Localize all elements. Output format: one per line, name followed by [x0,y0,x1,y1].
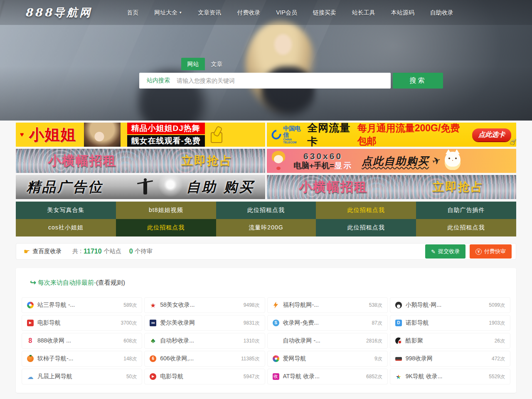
nav-item-home[interactable]: 首页 [119,0,146,25]
ad-formula: 电脑+手机= [293,161,334,170]
search-row: 站内搜索 搜索 [139,73,443,89]
site-item[interactable]: 酷影聚 26次 [390,333,510,349]
banner-telecom-ad[interactable]: 中国电信 CHINA TELECOM 全网流量卡 每月通用流量200G/免费包邮… [267,123,516,147]
nav-item-vip[interactable]: VIP会员 [268,0,305,25]
fox-icon [273,302,279,308]
baidu-check-link[interactable]: 查百度收录 [32,248,62,255]
grid-link[interactable]: 美女写真合集 [16,202,116,219]
share-arrow-icon: ↪ [30,278,36,287]
site-item[interactable]: 9K导航 收录... 5529次 [390,369,510,384]
search-tabs: 网站 文章 [181,58,443,70]
club-icon [150,337,156,344]
site-name: 软柿子导航-... [37,355,120,362]
site-name: 小鹅导航-网... [406,301,486,309]
site-item[interactable]: 收录网-免费... 87次 [267,315,388,331]
site-item[interactable]: 诺影导航 1903次 [390,315,510,331]
site-item[interactable]: 自动秒收录... 1310次 [144,333,265,349]
site-name: AT导航 收录... [283,373,363,380]
site-item[interactable]: 58美女收录... 9498次 [144,297,265,313]
view-rules-link[interactable]: (查看规则) [96,279,125,287]
total-prefix: 共 : [72,248,81,255]
red-star-icon [150,302,156,308]
banner-rent-ad-2[interactable]: 小横幅招租 立即抢占 [267,175,516,199]
site-item[interactable]: 888收录网 ... 608次 [22,333,142,349]
hand-cursor-icon: ☝ [508,135,516,146]
site-item[interactable]: 爱尔美收录网 9831次 [144,315,265,331]
tab-article[interactable]: 文章 [205,58,229,70]
site-item[interactable]: 软柿子导航-... 148次 [22,351,142,367]
site-item[interactable]: 自动收录网 -... 2816次 [267,333,388,349]
site-name: 自动收录网 -... [283,337,363,345]
self-purchase-text: 点此自助购买 [362,154,429,168]
site-item[interactable]: 凡晨上网导航 50次 [22,369,142,384]
nav-item-link-trade[interactable]: 链接买卖 [305,0,344,25]
grid-link[interactable]: cos社小姐姐 [16,219,116,236]
sites-grid: 站三界导航 -... 589次 58美女收录... 9498次 福利导航网-..… [22,297,510,384]
ranking-notice: ↪ 每次来访自动排最前- (查看规则) [22,278,510,287]
submit-listing-button[interactable]: ✎提交收录 [425,244,466,259]
banner-premium-ad[interactable]: 精品广告位 自助 购买 [16,175,265,199]
site-name: 诺影导航 [406,319,486,327]
site-name: 606收录网,... [160,355,238,362]
ying-circle-icon [395,337,402,344]
nav-item-webmaster-tools[interactable]: 站长工具 [344,0,383,25]
premium-title: 精品广告位 [27,178,103,197]
site-visit-count: 5529次 [489,373,505,380]
ad-banners: ♥ 小姐姐 精品小姐姐DJ热舞 靓女在线观看-免费 中国电信 CHINA TEL… [16,123,516,199]
hero-girl-face [274,34,292,55]
site-item[interactable]: 电影导航 5947次 [144,369,265,384]
site-list-card: ↪ 每次来访自动排最前- (查看规则) 站三界导航 -... 589次 58美女… [16,268,516,393]
rent-action: 立即抢占 [181,153,233,169]
paid-review-button[interactable]: ¥付费快审 [470,244,512,259]
banner-xiaojiejie-ad[interactable]: ♥ 小姐姐 精品小姐姐DJ热舞 靓女在线观看-免费 [16,123,265,147]
play-square-icon [27,320,34,326]
site-item[interactable]: 爱网导航 9次 [267,351,388,367]
site-logo[interactable]: 888导航网 [25,5,92,20]
grid-link[interactable]: 此位招租点我 [316,202,416,219]
telecom-brand-cn: 中国电信 [283,126,304,138]
pencil-icon: ✎ [431,249,436,255]
site-item[interactable]: 606收录网,... 11385次 [144,351,265,367]
site-visit-count: 2816次 [366,337,382,345]
site-visit-count: 1310次 [244,337,260,345]
site-item[interactable]: AT导航 收录... 6852次 [267,369,388,384]
telecom-offer: 每月通用流量200G/免费包邮 [357,123,468,147]
site-item[interactable]: 站三界导航 -... 589次 [22,297,142,313]
nav-item-paid-listing[interactable]: 付费收录 [229,0,268,25]
banner-line2: 靓女在线观看-免费 [127,135,205,147]
banner-size-ad[interactable]: 630x60 电脑+手机=显示 点此自助购买 ✈ [267,149,516,173]
d-square-icon [395,320,402,326]
grid-link[interactable]: 此位招租点我 [416,219,516,236]
banner-rent-ad[interactable]: 小横幅招租 立即抢占 [16,149,265,173]
search-button[interactable]: 搜索 [393,73,443,89]
grid-link[interactable]: 此位招租点我 [316,219,416,236]
site-item[interactable]: 福利导航网-... 538次 [267,297,388,313]
nav-item-articles[interactable]: 文章资讯 [190,0,229,25]
telecom-product: 全网流量卡 [307,123,356,147]
site-visit-count: 608次 [123,337,137,345]
rent-title: 小横幅招租 [299,178,368,196]
grid-link[interactable]: 此位招租点我 [116,219,216,236]
paper-plane-icon: ✈ [431,154,442,168]
grid-link[interactable]: 流量咔200G [216,219,316,236]
grid-link[interactable]: 此位招租点我 [216,202,316,219]
site-name: 福利导航网-... [283,301,366,309]
nav-item-self-listing[interactable]: 自助收录 [422,0,461,25]
select-card-button[interactable]: 点此选卡☝ [472,128,511,141]
text-link-grid: 美女写真合集 bt8姐姐视频 此位招租点我 此位招租点我 自助广告插件 cos社… [16,202,516,236]
grid-link[interactable]: bt8姐姐视频 [116,202,216,219]
rent-title: 小横幅招租 [48,152,117,170]
site-item[interactable]: 电影导航 3700次 [22,315,142,331]
site-name: 站三界导航 -... [37,301,120,309]
site-item[interactable]: 998收录网 472次 [390,351,510,367]
tab-website[interactable]: 网站 [181,58,205,70]
grid-link[interactable]: 自助广告插件 [416,202,516,219]
color-star-icon [395,373,402,380]
site-visit-count: 1903次 [489,320,505,327]
search-input[interactable] [177,77,391,84]
hero-section: 888导航网 首页 网址大全▼ 文章资讯 付费收录 VIP会员 链接买卖 站长工… [0,0,532,121]
nav-item-source-code[interactable]: 本站源码 [383,0,422,25]
ad-size: 630x60 [293,151,352,161]
site-item[interactable]: 小鹅导航-网... 5099次 [390,297,510,313]
nav-item-sites[interactable]: 网址大全▼ [146,0,190,25]
